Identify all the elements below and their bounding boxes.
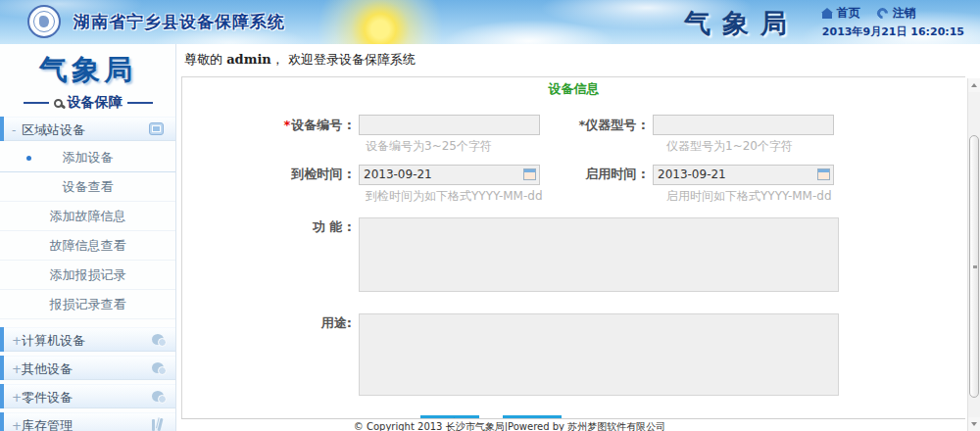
main-content: 尊敬的 admin， 欢迎登录设备保障系统 设备信息 *设备编号 : *仪器型号… <box>176 44 980 431</box>
system-title: 湖南省宁乡县设备保障系统 <box>74 0 285 43</box>
usage-label: 用途: <box>182 313 359 333</box>
device-no-label: *设备编号 : <box>182 116 359 135</box>
instrument-model-label: *仪器型号 : <box>540 116 653 135</box>
vertical-scrollbar[interactable] <box>967 78 980 431</box>
scroll-down-arrow[interactable] <box>968 417 980 431</box>
app-header: 湖南省宁乡县设备保障系统 气象局 首页 注销 2013年9月21日 16:20:… <box>0 0 980 44</box>
calendar-icon[interactable] <box>523 168 536 180</box>
expand-marker: - <box>12 119 22 142</box>
logout-icon <box>875 6 891 22</box>
instrument-model-hint: 仪器型号为1~20个字符 <box>664 138 793 155</box>
sidebar-section-label: 计算机设备 <box>22 333 85 348</box>
function-label: 功 能 : <box>182 217 359 237</box>
expand-marker: + <box>12 329 22 353</box>
welcome-username: admin <box>226 52 271 67</box>
sidebar: 气象局 设备保障 -区域站设备 添加设备 设备查看 添加故障信息 故障信息查看 … <box>0 44 176 431</box>
sidebar-section-inventory[interactable]: +库存管理 <box>0 412 175 431</box>
sidebar-section-label: 零件设备 <box>22 390 73 405</box>
sidebar-subbrand-label: 设备保障 <box>68 94 122 112</box>
inspection-date-label: 到检时间 : <box>182 165 359 184</box>
expand-marker: + <box>12 386 22 409</box>
chat-icon <box>152 334 164 345</box>
home-icon <box>822 13 832 19</box>
logout-link[interactable]: 注销 <box>893 5 916 22</box>
top-nav: 首页 注销 2013年9月21日 16:20:15 <box>822 5 964 39</box>
required-mark: * <box>283 118 290 132</box>
calendar-icon[interactable] <box>817 168 830 180</box>
sidebar-section-label: 区域站设备 <box>22 122 85 137</box>
sidebar-section-label: 其他设备 <box>22 361 73 376</box>
sidebar-item-add-damage[interactable]: 添加报损记录 <box>0 261 175 290</box>
enable-date-label: 启用时间 : <box>540 165 653 184</box>
sidebar-section-parts[interactable]: +零件设备 <box>0 384 175 408</box>
expand-marker: + <box>12 358 22 381</box>
form-title: 设备信息 <box>182 80 965 98</box>
sidebar-item-view-damage[interactable]: 报损记录查看 <box>0 290 175 319</box>
sidebar-section-label: 库存管理 <box>22 418 73 431</box>
instrument-model-input[interactable] <box>653 115 834 135</box>
divider <box>127 102 153 104</box>
function-textarea[interactable] <box>359 217 839 292</box>
footer: © Copyright 2013 长沙市气象局|Powered by 苏州梦图软… <box>181 418 965 431</box>
divider <box>24 102 49 104</box>
sidebar-item-add-fault[interactable]: 添加故障信息 <box>0 202 175 231</box>
device-no-hint: 设备编号为3~25个字符 <box>364 138 664 155</box>
sidebar-section-other[interactable]: +其他设备 <box>0 356 175 380</box>
home-link[interactable]: 首页 <box>837 5 860 22</box>
chat-icon <box>152 391 164 402</box>
panel-icon <box>149 122 164 135</box>
welcome-prefix: 尊敬的 <box>184 52 226 67</box>
inspection-date-hint: 到检时间为如下格式YYYY-MM-dd <box>364 188 664 205</box>
enable-date-input[interactable] <box>653 165 834 185</box>
page: 湖南省宁乡县设备保障系统 气象局 首页 注销 2013年9月21日 16:20:… <box>0 0 980 431</box>
sidebar-item-add-device[interactable]: 添加设备 <box>0 143 175 172</box>
device-no-input[interactable] <box>359 115 540 135</box>
bureau-logo-icon <box>27 5 61 38</box>
current-datetime: 2013年9月21日 16:20:15 <box>822 24 964 39</box>
copyright-text: © Copyright 2013 长沙市气象局|Powered by 苏州梦图软… <box>354 420 665 431</box>
welcome-suffix: ， 欢迎登录设备保障系统 <box>271 52 416 67</box>
welcome-message: 尊敬的 admin， 欢迎登录设备保障系统 <box>176 44 980 76</box>
device-info-panel: 设备信息 *设备编号 : *仪器型号 : 设备编号为3~25个字符 仪器型号为1… <box>181 76 965 418</box>
sidebar-item-view-device[interactable]: 设备查看 <box>0 172 175 202</box>
bureau-title: 气象局 <box>684 6 799 41</box>
sidebar-section-regional-station[interactable]: -区域站设备 <box>0 117 175 141</box>
sidebar-section-computer[interactable]: +计算机设备 <box>0 327 175 352</box>
sidebar-submenu: 添加设备 设备查看 添加故障信息 故障信息查看 添加报损记录 报损记录查看 <box>0 141 175 323</box>
scrollbar-thumb[interactable] <box>969 135 979 398</box>
chat-icon <box>152 362 164 373</box>
tools-icon <box>151 418 163 431</box>
sidebar-subbrand: 设备保障 <box>0 93 175 113</box>
expand-marker: + <box>12 414 22 431</box>
usage-textarea[interactable] <box>359 313 839 396</box>
search-icon <box>54 99 63 108</box>
sidebar-item-view-fault[interactable]: 故障信息查看 <box>0 231 175 261</box>
sidebar-brand: 气象局 <box>0 51 175 90</box>
inspection-date-input[interactable] <box>359 165 540 185</box>
enable-date-hint: 启用时间如下格式YYYY-MM-dd <box>664 188 832 205</box>
scroll-up-arrow[interactable] <box>968 78 980 92</box>
